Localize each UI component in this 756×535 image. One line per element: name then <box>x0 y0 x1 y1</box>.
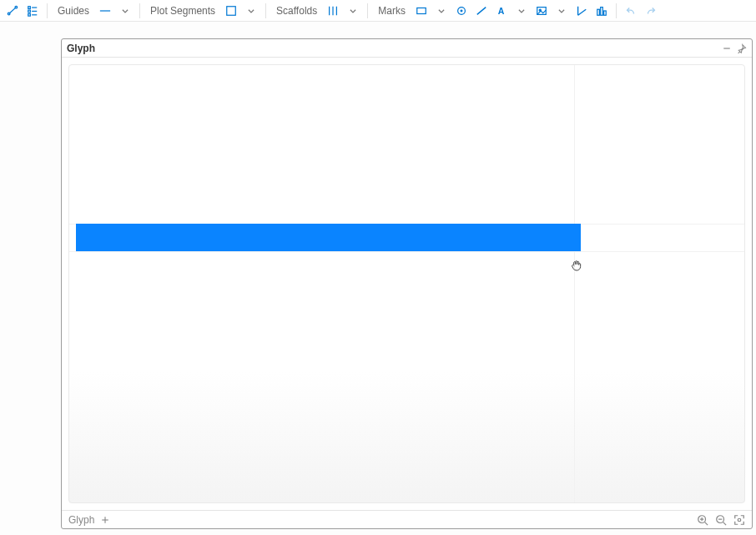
svg-rect-20 <box>597 9 600 15</box>
canvas-border <box>68 64 745 503</box>
panel-title: Glyph <box>67 43 95 54</box>
marks-label: Marks <box>378 5 406 17</box>
region-2d-icon[interactable] <box>222 2 240 20</box>
svg-text:A: A <box>498 5 505 15</box>
chevron-down-icon[interactable] <box>116 2 134 20</box>
guide-vertical <box>574 65 575 502</box>
mark-text-icon[interactable]: A <box>492 2 511 20</box>
toolbar-separator <box>139 3 140 18</box>
scaffolds-label: Scaffolds <box>276 5 317 17</box>
mark-rectangle-icon[interactable] <box>412 2 431 20</box>
mark-line-icon[interactable] <box>472 2 491 20</box>
guide-horizontal-icon[interactable] <box>96 2 114 20</box>
toolbar-separator <box>265 3 266 18</box>
chevron-down-icon[interactable] <box>432 2 451 20</box>
glyph-canvas[interactable] <box>62 58 752 510</box>
legend-icon[interactable] <box>23 2 42 20</box>
svg-rect-9 <box>227 6 236 15</box>
pin-icon[interactable] <box>737 43 747 53</box>
marks-dropdown[interactable]: Marks <box>373 2 411 20</box>
chevron-down-icon[interactable] <box>552 2 571 20</box>
main-toolbar: Guides Plot Segments Scaffolds Marks <box>0 0 756 22</box>
mark-dataaxis-icon[interactable] <box>572 2 591 20</box>
panel-header[interactable]: Glyph <box>62 39 752 58</box>
chevron-down-icon[interactable] <box>512 2 531 20</box>
toolbar-separator <box>367 3 368 18</box>
svg-point-15 <box>461 10 462 12</box>
add-glyph-icon[interactable] <box>101 516 109 524</box>
mark-nested-icon[interactable] <box>592 2 611 20</box>
svg-rect-4 <box>28 10 31 13</box>
svg-rect-2 <box>28 6 31 8</box>
guides-label: Guides <box>58 5 89 17</box>
footer-tab-glyph[interactable]: Glyph <box>68 514 94 526</box>
guide-horizontal <box>69 251 744 252</box>
grab-cursor-icon <box>570 259 583 272</box>
toolbar-separator <box>47 3 48 18</box>
zoom-fit-icon[interactable] <box>733 514 745 526</box>
stage: Glyph <box>0 22 756 535</box>
minimize-icon[interactable] <box>722 43 732 53</box>
chevron-down-icon[interactable] <box>344 2 362 20</box>
plot-segments-label: Plot Segments <box>150 5 215 17</box>
plot-segments-dropdown[interactable]: Plot Segments <box>145 2 220 20</box>
zoom-in-icon[interactable] <box>697 514 708 526</box>
chevron-down-icon[interactable] <box>242 2 260 20</box>
svg-rect-13 <box>417 8 426 13</box>
redo-icon[interactable] <box>642 2 660 20</box>
svg-line-27 <box>705 522 708 525</box>
zoom-out-icon[interactable] <box>715 514 727 526</box>
glyph-panel: Glyph <box>61 38 753 529</box>
guides-dropdown[interactable]: Guides <box>53 2 94 20</box>
glyph-rectangle-mark[interactable] <box>76 224 581 251</box>
panel-footer: Glyph <box>62 510 752 528</box>
svg-line-31 <box>723 522 727 525</box>
svg-rect-21 <box>601 7 603 15</box>
scaffold-columns-icon[interactable] <box>324 2 342 20</box>
svg-rect-6 <box>28 13 31 16</box>
mark-symbol-icon[interactable] <box>452 2 471 20</box>
scaffolds-dropdown[interactable]: Scaffolds <box>271 2 322 20</box>
toolbar-separator <box>616 3 617 18</box>
link-icon[interactable] <box>3 2 22 20</box>
svg-line-16 <box>477 7 486 14</box>
undo-icon[interactable] <box>622 2 640 20</box>
svg-rect-22 <box>604 11 607 15</box>
svg-point-33 <box>738 518 741 522</box>
mark-image-icon[interactable] <box>532 2 551 20</box>
